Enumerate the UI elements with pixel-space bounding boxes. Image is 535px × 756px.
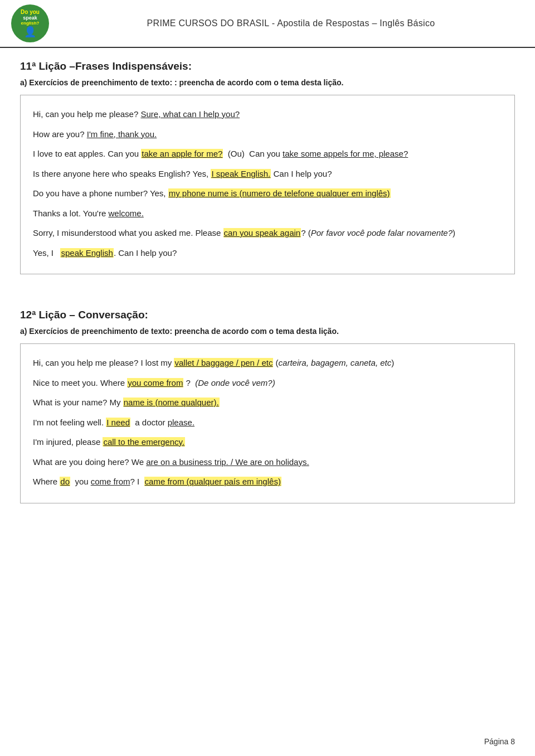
line-11-7-hl: can you speak again: [223, 228, 301, 238]
line-11-1: Hi, can you help me please? Sure, what c…: [33, 105, 502, 123]
line-12-4: I'm not feeling well. I need a doctor pl…: [33, 414, 502, 432]
section-gap: [20, 291, 515, 309]
line-11-6-ul: welcome.: [108, 209, 143, 218]
line-11-8-b: . Can I help you?: [114, 248, 177, 258]
line-11-6-a: Thanks a lot. You're: [33, 209, 108, 218]
line-12-1-a: Hi, can you help me please? I lost my: [33, 358, 174, 367]
line-11-8: Yes, I speak English. Can I help you?: [33, 244, 502, 262]
line-12-7-hl1: do: [60, 477, 70, 486]
line-12-2: Nice to meet you. Where you come from ? …: [33, 374, 502, 392]
line-11-5-hl: my phone nume is (numero de telefone qua…: [168, 188, 391, 198]
line-12-1-c: ): [391, 358, 394, 367]
line-11-4-hl: I speak English.: [211, 169, 271, 178]
line-11-8-hl: speak English: [60, 248, 113, 258]
line-12-4-a: I'm not feeling well.: [33, 418, 106, 427]
line-12-1-it: carteira, bagagem, caneta, etc: [279, 358, 392, 367]
line-11-1-ul: Sure, what can I help you?: [140, 109, 240, 119]
line-12-2-a: Nice to meet you. Where: [33, 378, 127, 387]
section-11: 11ª Lição –Frases Indispensáveis: a) Exe…: [20, 60, 515, 274]
section-11-title: 11ª Lição –Frases Indispensáveis:: [20, 60, 515, 72]
line-12-3-hl: name is (nome qualquer).: [123, 398, 220, 407]
line-11-3: I love to eat apples. Can you take an ap…: [33, 145, 502, 163]
section-11-subtitle-b: a) Exercícios de preenchimento de texto:…: [20, 78, 343, 87]
section-12-subtitle-b: a) Exercícios de preenchimento de texto:…: [20, 327, 339, 336]
line-12-2-it: (De onde você vem?): [195, 378, 275, 387]
line-11-2-normal: How are you?: [33, 129, 87, 139]
line-12-7-a: Where: [33, 477, 60, 486]
line-11-8-a: Yes, I: [33, 248, 60, 258]
line-11-6: Thanks a lot. You're welcome.: [33, 205, 502, 222]
logo: Do you speak english? 👤: [11, 4, 49, 42]
line-11-3-b: (Ou) Can you: [223, 149, 283, 158]
line-12-2-hl: you come from: [127, 378, 183, 387]
line-12-3: What is your name? My name is (nome qual…: [33, 394, 502, 411]
line-11-3-ul2: take some appels for me, please?: [283, 149, 408, 158]
line-11-3-a: I love to eat apples. Can you: [33, 149, 141, 158]
line-12-6-ul: are on a business trip. / We are on holi…: [146, 457, 309, 467]
exercise-box-12: Hi, can you help me please? I lost my va…: [20, 343, 515, 503]
line-12-3-a: What is your name? My: [33, 398, 123, 407]
line-11-7: Sorry, I misunderstood what you asked me…: [33, 224, 502, 242]
line-12-5-hl: call to the emergency.: [103, 437, 185, 447]
page-header: Do you speak english? 👤 PRIME CURSOS DO …: [0, 0, 535, 48]
page-footer: Página 8: [484, 737, 515, 746]
line-12-6-a: What are you doing here? We: [33, 457, 146, 467]
main-content: 11ª Lição –Frases Indispensáveis: a) Exe…: [0, 48, 535, 554]
line-11-3-hl: take an apple for me?: [141, 149, 223, 158]
line-11-4: Is there anyone here who speaks English?…: [33, 165, 502, 183]
line-12-7: Where do you come from? I came from (qua…: [33, 473, 502, 491]
page-number: Página 8: [484, 737, 515, 746]
section-12: 12ª Lição – Conversação: a) Exercícios d…: [20, 309, 515, 503]
line-12-7-hl2: came from (qualquer país em inglês): [144, 477, 281, 486]
line-11-4-a: Is there anyone here who speaks English?…: [33, 169, 211, 178]
line-11-2-ul: I'm fine, thank you.: [87, 129, 157, 139]
line-12-5: I'm injured, please call to the emergenc…: [33, 433, 502, 451]
line-12-5-a: I'm injured, please: [33, 437, 103, 447]
line-12-6: What are you doing here? We are on a bus…: [33, 453, 502, 471]
logo-speak: speak: [23, 15, 37, 21]
logo-english: english?: [21, 21, 40, 26]
line-11-5-a: Do you have a phone number? Yes,: [33, 188, 168, 198]
exercise-box-11: Hi, can you help me please? Sure, what c…: [20, 95, 515, 274]
line-12-1: Hi, can you help me please? I lost my va…: [33, 354, 502, 372]
line-12-7-c: ? I: [130, 477, 144, 486]
section-12-title: 12ª Lição – Conversação:: [20, 309, 515, 321]
line-11-1-normal: Hi, can you help me please?: [33, 109, 140, 119]
line-11-4-b: Can I help you?: [271, 169, 332, 178]
line-11-7-b: ? (: [301, 228, 311, 238]
line-11-7-it: Por favor você pode falar novamente?: [311, 228, 453, 238]
line-12-4-hl: I need: [106, 418, 130, 427]
line-12-7-ul: come from: [91, 477, 130, 486]
line-12-7-b: you: [70, 477, 91, 486]
section-12-subtitle: a) Exercícios de preenchimento de texto:…: [20, 327, 515, 336]
line-11-5: Do you have a phone number? Yes, my phon…: [33, 185, 502, 202]
line-11-2: How are you? I'm fine, thank you.: [33, 125, 502, 143]
line-12-1-b: (: [273, 358, 278, 367]
line-12-1-hl: vallet / baggage / pen / etc: [174, 358, 273, 367]
line-12-2-b: ?: [183, 378, 195, 387]
header-title: PRIME CURSOS DO BRASIL - Apostila de Res…: [58, 18, 524, 28]
line-12-4-b: a doctor: [130, 418, 168, 427]
line-12-4-ul: please.: [168, 418, 194, 427]
line-11-7-c: ): [453, 228, 455, 238]
logo-do: Do you: [21, 9, 40, 15]
logo-person: 👤: [24, 26, 36, 38]
section-11-subtitle: a) Exercícios de preenchimento de texto:…: [20, 78, 515, 87]
line-11-7-a: Sorry, I misunderstood what you asked me…: [33, 228, 223, 238]
